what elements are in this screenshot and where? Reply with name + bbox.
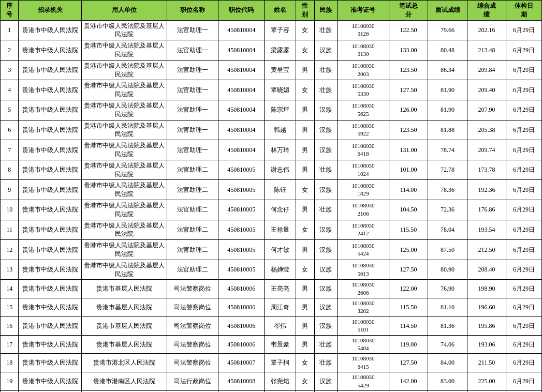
cell-name: 韦景豪 [265,335,296,354]
cell-employer: 贵港市中级人民法院及基层人民法院 [82,120,167,140]
cell-code: 450810005 [218,260,265,280]
cell-code: 450810006 [218,298,265,317]
cell-recruit: 贵港市中级人民法院 [19,335,82,354]
cell-checkdate: 6月29日 [506,160,542,180]
cell-position: 法官助理二 [167,260,218,280]
cell-ethnicity: 壮族 [314,200,337,220]
cell-code: 450810005 [218,180,265,200]
cell-written: 123.50 [389,60,428,80]
cell-position: 司法警察岗位 [167,280,218,298]
main-container: 序号 招录机关 用人单位 职位名称 职位代码 姓名 性别 民族 准考证号 笔试总… [0,0,542,392]
cell-position: 法官助理二 [167,180,218,200]
cell-composite: 205.38 [467,120,506,140]
col-header-ethnicity: 民族 [314,1,337,21]
cell-name: 张尧焰 [265,372,296,391]
cell-composite: 198.90 [467,280,506,298]
cell-employer: 贵港市中级人民法院及基层人民法院 [82,200,167,220]
cell-position: 法官助理二 [167,240,218,260]
cell-seq: 6 [1,120,19,140]
cell-seq: 2 [1,40,19,61]
cell-examno: 10108030 2003 [338,60,389,80]
table-row: 13贵港市中级人民法院贵港市中级人民法院及基层人民法院法官助理二45081000… [1,260,542,280]
cell-interview: 81.10 [428,298,467,317]
cell-employer: 贵港市中级人民法院及基层人民法院 [82,220,167,240]
cell-written: 122.50 [389,20,428,40]
cell-checkdate: 6月29日 [506,354,542,372]
table-row: 1贵港市中级人民法院贵港市中级人民法院及基层人民法院法官助理一450810004… [1,20,542,40]
cell-examno: 10108030 5922 [338,120,389,140]
cell-composite: 173.78 [467,160,506,180]
cell-examno: 10108030 1024 [338,160,389,180]
cell-position: 司法警察岗位 [167,354,218,372]
cell-interview: 74.06 [428,335,467,354]
cell-checkdate: 6月29日 [506,240,542,260]
cell-interview: 80.48 [428,40,467,61]
cell-employer: 贵港市基层人民法院 [82,335,167,354]
table-row: 9贵港市中级人民法院贵港市中级人民法院及基层人民法院法官助理二450810005… [1,180,542,200]
cell-composite: 176.86 [467,200,506,220]
cell-examno: 10108030 1829 [338,180,389,200]
cell-position: 法官助理一 [167,20,218,40]
cell-examno: 10108030 6418 [338,140,389,160]
cell-examno: 10108030 5613 [338,260,389,280]
cell-checkdate: 6月29日 [506,220,542,240]
table-row: 8贵港市中级人民法院贵港市中级人民法院及基层人民法院法官助理二450810005… [1,160,542,180]
cell-recruit: 贵港市中级人民法院 [19,280,82,298]
col-header-position: 职位名称 [167,1,218,21]
cell-checkdate: 6月29日 [506,140,542,160]
cell-written: 131.00 [389,140,428,160]
col-header-checkdate: 体检日期 [506,1,542,21]
cell-composite: 195.86 [467,316,506,335]
cell-name: 王禄量 [265,220,296,240]
cell-seq: 18 [1,354,19,372]
table-row: 14贵港市中级人民法院贵港市基层人民法院司法警察岗位450810006王亮亮男汉… [1,280,542,298]
cell-code: 450810004 [218,80,265,100]
cell-position: 法官助理一 [167,120,218,140]
cell-checkdate: 6月29日 [506,40,542,61]
cell-gender: 男 [296,335,314,354]
cell-code: 450810006 [218,335,265,354]
cell-interview: 78.36 [428,180,467,200]
cell-employer: 贵港市中级人民法院及基层人民法院 [82,260,167,280]
cell-ethnicity: 汉族 [314,372,337,391]
cell-employer: 贵港市中级人民法院及基层人民法院 [82,180,167,200]
cell-seq: 14 [1,280,19,298]
cell-checkdate: 6月29日 [506,120,542,140]
cell-position: 法官助理一 [167,140,218,160]
cell-written: 114.00 [389,180,428,200]
cell-code: 450810007 [218,354,265,372]
cell-written: 119.00 [389,335,428,354]
cell-composite: 209.40 [467,80,506,100]
cell-ethnicity: 汉族 [314,100,337,120]
table-row: 4贵港市中级人民法院贵港市中级人民法院及基层人民法院法官助理一450810004… [1,80,542,100]
cell-seq: 12 [1,240,19,260]
cell-composite: 213.48 [467,40,506,61]
cell-gender: 女 [296,260,314,280]
cell-seq: 17 [1,335,19,354]
cell-ethnicity: 壮族 [314,335,337,354]
cell-examno: 10108030 5330 [338,80,389,100]
cell-code: 450810004 [218,60,265,80]
cell-ethnicity: 壮族 [314,60,337,80]
cell-position: 司法警察岗位 [167,298,218,317]
cell-gender: 男 [296,316,314,335]
cell-recruit: 贵港市中级人民法院 [19,120,82,140]
col-header-code: 职位代码 [218,1,265,21]
cell-examno: 10108030 5625 [338,100,389,120]
cell-position: 法官助理二 [167,200,218,220]
cell-written: 123.50 [389,120,428,140]
cell-name: 覃子容 [265,20,296,40]
cell-recruit: 贵港市中级人民法院 [19,260,82,280]
cell-gender: 男 [296,280,314,298]
cell-employer: 贵港市中级人民法院及基层人民法院 [82,40,167,61]
cell-gender: 男 [296,240,314,260]
cell-seq: 10 [1,200,19,220]
cell-written: 127.50 [389,260,428,280]
cell-name: 覃子桐 [265,354,296,372]
cell-position: 司法行政岗位 [167,372,218,391]
cell-ethnicity: 汉族 [314,240,337,260]
col-header-composite: 综合成绩 [467,1,506,21]
cell-recruit: 贵港市中级人民法院 [19,200,82,220]
col-header-examno: 准考证号 [338,1,389,21]
cell-examno: 10108030 5101 [338,316,389,335]
